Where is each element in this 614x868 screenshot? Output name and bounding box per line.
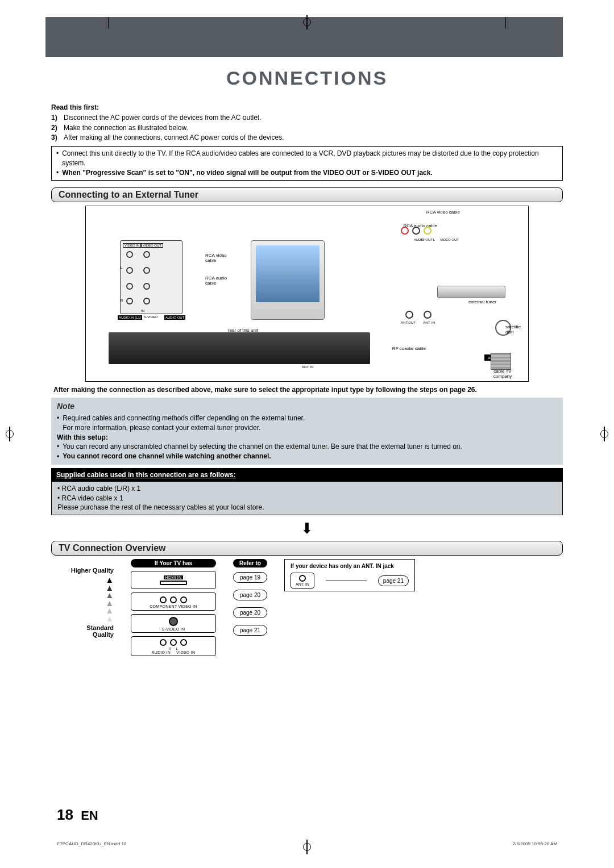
label-r2: R: [121, 299, 123, 302]
crop-mark-right: [600, 430, 608, 438]
print-file: E7PCAUD_DR420KU_EN.indd 18: [57, 841, 126, 846]
port-icon: [143, 283, 150, 290]
label-video-out-tv: VIDEO OUT: [440, 238, 459, 241]
label-external-tuner: external tuner: [468, 299, 496, 304]
note-title: Note: [57, 401, 557, 412]
page-footer: 18 EN: [57, 806, 98, 824]
select-input-note: After making the connection as described…: [53, 385, 561, 395]
page-ref-21b: page 21: [378, 575, 409, 586]
crop-bar: [108, 17, 109, 28]
crop-mark-left: [6, 430, 14, 438]
port-icon: [126, 251, 133, 258]
svideo-box: S-VIDEO IN: [131, 614, 216, 633]
note-line-4: You cannot record one channel while watc…: [63, 452, 271, 461]
port-icon: [126, 267, 133, 274]
port-icon: [401, 227, 409, 235]
audio-in-label: AUDIO IN: [152, 650, 171, 654]
page-ref-19: page 19: [233, 572, 267, 583]
port-icon: [405, 311, 413, 319]
print-metadata: E7PCAUD_DR420KU_EN.indd 18 2/6/2009 10:5…: [57, 841, 557, 846]
unit-rear-icon: [109, 332, 370, 364]
connection-diagram: RCA video cable RCA audio cable RCA vide…: [85, 206, 529, 382]
jack-icon: [180, 596, 187, 603]
hdmi-label: HDMI IN: [164, 575, 184, 579]
label-ant-in: ANT. IN: [302, 365, 314, 369]
tv-icon: [251, 240, 325, 320]
component-box: COMPONENT VIDEO IN: [131, 592, 216, 611]
step-row: 1) Disconnect the AC power cords of the …: [51, 113, 563, 123]
overview-table: Higher Quality ▲▲▲▲▲▲ Standard Quality I…: [68, 559, 546, 660]
print-timestamp: 2/6/2009 10:55:26 AM: [513, 841, 557, 846]
bullet-icon: •: [57, 414, 59, 433]
page-lang: EN: [81, 808, 98, 823]
down-arrow-icon: ⬇: [51, 520, 563, 537]
label-l2: L: [121, 266, 122, 269]
label-rca-audio-cable2: RCA audio cable: [205, 276, 231, 286]
tv-ports: [401, 227, 432, 235]
ant-in-box: ANT. IN: [291, 573, 314, 589]
svideo-jack-icon: [169, 617, 178, 626]
external-tuner-icon: [437, 286, 505, 298]
port-icon: [412, 227, 420, 235]
video-in-label: VIDEO IN: [176, 650, 195, 654]
jack-icon: [180, 639, 187, 646]
label-video-out-top: VIDEO OUT: [141, 243, 163, 248]
jack-icon: [170, 596, 177, 603]
label-ant-in2: ANT. IN: [423, 321, 435, 324]
bullet-icon: •: [56, 149, 59, 168]
label-rear-of-unit: rear of this unit: [228, 328, 258, 333]
note-line-1: Required cables and connecting methods d…: [63, 414, 305, 422]
ant-in-label: ANT. IN: [296, 582, 309, 586]
refer-column: Refer to page 19 page 20 page 20 page 21: [233, 559, 267, 642]
step-text: After making all the connections, connec…: [64, 133, 284, 143]
page-ref-20a: page 20: [233, 590, 267, 600]
component-label: COMPONENT VIDEO IN: [150, 604, 197, 608]
label-s-video: S-VIDEO: [144, 315, 158, 319]
ant-panel: If your device has only an ANT. IN jack …: [284, 559, 415, 591]
label-in: IN: [141, 309, 144, 312]
step-text: Disconnect the AC power cords of the dev…: [64, 113, 262, 123]
standard-quality-label: Standard Quality: [68, 624, 114, 638]
step-row: 3) After making all the connections, con…: [51, 133, 563, 143]
label-l-tv: L: [433, 238, 435, 241]
jack-icon: [160, 596, 167, 603]
label-video-in-top: VIDEO IN: [123, 243, 141, 248]
page-title: CONNECTIONS: [51, 57, 563, 99]
jack-icon: [160, 639, 167, 646]
step-text: Make the connection as illustrated below…: [64, 123, 188, 133]
label-rca-video-cable2: RCA video cable: [205, 253, 231, 263]
ant-jack-icon: [299, 575, 306, 582]
bullet-icon: •: [57, 442, 59, 452]
ant-ports: [405, 311, 432, 319]
port-icon: [126, 283, 133, 290]
page-number: 18: [57, 806, 73, 823]
step-num: 2): [51, 123, 61, 133]
av-box: R L AUDIO IN VIDEO IN: [131, 636, 216, 656]
ports-column: If Your TV has HDMI IN COMPONENT VIDEO I…: [131, 559, 216, 660]
with-setup-heading: With this setup:: [57, 433, 108, 441]
jack-icon: [170, 639, 177, 646]
warning-text-2: When "Progressive Scan" is set to "ON", …: [62, 168, 433, 178]
port-icon: [143, 267, 150, 274]
quality-arrows-icon: ▲▲▲▲▲▲: [68, 576, 114, 622]
label-rf-coaxial: RF coaxial cable: [392, 346, 426, 351]
label-audio-out2: AUDIO OUT: [164, 315, 185, 320]
note-line-2: For more information, please contact you…: [63, 424, 260, 432]
jack-panel: VIDEO IN VIDEO OUT L R IN: [120, 240, 182, 314]
note-box: Note • Required cables and connecting me…: [51, 398, 563, 465]
hdmi-slot-icon: [160, 581, 187, 585]
label-r-tv: R: [421, 238, 424, 241]
supplied-cables-box: Supplied cables used in this connection …: [51, 468, 563, 515]
page-ref-20b: page 20: [233, 607, 267, 618]
port-icon: [143, 251, 150, 258]
step-num: 3): [51, 133, 61, 143]
supplied-line-3: Please purchase the rest of the necessar…: [57, 503, 557, 512]
port-icon: [424, 311, 432, 319]
bullet-icon: •: [56, 168, 59, 178]
warning-box: • Connect this unit directly to the TV. …: [51, 146, 563, 180]
higher-quality-label: Higher Quality: [68, 567, 114, 574]
label-audio-in-l1: AUDIO IN (L1): [118, 315, 142, 320]
bullet-icon: •: [57, 452, 59, 461]
step-row: 2) Make the connection as illustrated be…: [51, 123, 563, 133]
supplied-line-1: • RCA audio cable (L/R) x 1: [57, 484, 557, 494]
